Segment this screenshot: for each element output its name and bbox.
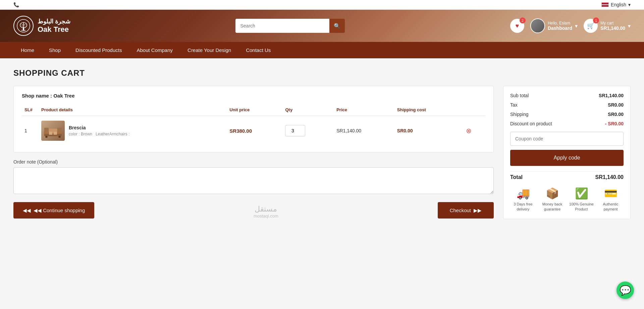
dashboard-label: Dashboard [548, 25, 572, 31]
search-button[interactable]: 🔍 [329, 19, 345, 33]
order-note-label: Order note (Optional) [13, 159, 494, 165]
order-note-input[interactable] [13, 167, 494, 194]
badge-money-back-text: Money back guarantee [539, 202, 565, 212]
total-value: SR1,140.00 [595, 174, 624, 180]
phone-icon: 📞 [13, 2, 19, 7]
back-icon: ◀◀ [23, 207, 31, 213]
svg-rect-10 [44, 128, 49, 133]
nav-home[interactable]: Home [13, 42, 42, 58]
flag-icon [601, 2, 609, 7]
genuine-icon: ✅ [569, 187, 594, 200]
cart-table: SL# Product details Unit price Qty Price… [22, 104, 485, 145]
row-unit-price: SR380.00 [227, 116, 282, 146]
cart-left: Shop name : Oak Tree SL# Product details… [13, 86, 494, 219]
logo-icon: OAK [13, 16, 34, 36]
tax-label: Tax [510, 102, 518, 108]
cart-actions: ◀◀ ◀◀ Continue shopping مستقل mostaql.co… [13, 202, 494, 219]
avatar [530, 18, 545, 33]
badge-delivery-text: 3 Days free delivery [510, 202, 536, 212]
total-row: Total SR1,140.00 [510, 171, 624, 180]
remove-item-button[interactable]: ⊗ [466, 127, 472, 135]
product-cell: Brescia color : Brown LeatherArmchairs : [41, 121, 224, 141]
row-remove[interactable]: ⊗ [463, 116, 485, 146]
delivery-icon: 🚚 [510, 187, 536, 200]
cart-info: My cart SR1,140.00 [600, 21, 625, 31]
col-product: Product details [39, 104, 227, 116]
logo-text: شجرة البلوط Oak Tree [38, 18, 70, 34]
wishlist-badge: 2 [520, 17, 526, 23]
page-title: SHOPPING CART [13, 68, 631, 78]
nav-discounted[interactable]: Discounted Products [68, 42, 129, 58]
language-label: English [611, 2, 626, 7]
badge-payment: 💳 Authentic payment [598, 187, 624, 212]
table-header-row: SL# Product details Unit price Qty Price… [22, 104, 485, 116]
search-icon: 🔍 [334, 23, 340, 29]
badge-money-back: 📦 Money back guarantee [539, 187, 565, 212]
user-chevron-icon: ▾ [575, 23, 578, 29]
search-input[interactable] [235, 19, 329, 33]
checkout-label: Checkout [450, 207, 471, 213]
header-right: ♥ 2 Hello, Eslam Dashboard ▾ 🛒 1 My cart… [510, 18, 631, 33]
nav-design[interactable]: Create Your Design [180, 42, 238, 58]
badge-genuine: ✅ 100% Genuine Product [569, 187, 594, 212]
heart-icon: ♥ [516, 22, 519, 29]
svg-rect-17 [54, 132, 57, 135]
header: OAK شجرة البلوط Oak Tree 🔍 ♥ 2 Hello, Es… [0, 10, 644, 42]
language-selector[interactable]: English ▾ [601, 2, 631, 7]
top-bar: 📞 English ▾ [0, 0, 644, 10]
table-row: 1 [22, 116, 485, 146]
svg-rect-14 [59, 136, 61, 138]
continue-label: ◀◀ Continue shopping [34, 207, 85, 213]
watermark-url: mostaql.com [254, 213, 278, 219]
cart-icon: 🛒 [587, 22, 594, 29]
shipping-cost-value: SR0.00 [397, 128, 413, 133]
nav-about[interactable]: About Company [129, 42, 180, 58]
shipping-label: Shipping [510, 112, 529, 117]
subtotal-value: SR1,140.00 [599, 93, 624, 98]
trust-badges: 🚚 3 Days free delivery 📦 Money back guar… [510, 187, 624, 212]
product-attrs: color : Brown LeatherArmchairs : [69, 132, 129, 136]
cart-label: My cart [600, 21, 625, 25]
watermark: مستقل mostaql.com [254, 205, 278, 219]
coupon-input[interactable] [510, 132, 624, 146]
tax-row: Tax SR0.00 [510, 102, 624, 108]
order-note-section: Order note (Optional) [13, 159, 494, 195]
cart-badge: 1 [593, 17, 599, 23]
svg-rect-16 [49, 132, 53, 135]
user-area[interactable]: Hello, Eslam Dashboard ▾ [530, 18, 578, 33]
total-label: Total [510, 174, 523, 180]
col-unit-price: Unit price [227, 104, 282, 116]
logo-area[interactable]: OAK شجرة البلوط Oak Tree [13, 16, 70, 36]
badge-genuine-text: 100% Genuine Product [569, 202, 594, 212]
col-shipping: Shipping cost [394, 104, 463, 116]
svg-rect-15 [44, 133, 62, 134]
product-thumbnail [41, 121, 65, 141]
watermark-logo: مستقل [254, 205, 278, 213]
row-qty[interactable] [282, 116, 334, 146]
search-area: 🔍 [235, 19, 345, 33]
svg-line-4 [21, 24, 23, 25]
apply-code-button[interactable]: Apply code [510, 150, 624, 166]
svg-rect-11 [57, 128, 62, 133]
unit-price-value: SR380.00 [229, 128, 252, 134]
checkout-button[interactable]: Checkout ▶▶ [438, 202, 494, 219]
logo-arabic: شجرة البلوط [38, 18, 70, 25]
shipping-row: Shipping SR0.00 [510, 112, 624, 117]
chevron-down-icon: ▾ [628, 2, 631, 7]
badge-delivery: 🚚 3 Days free delivery [510, 187, 536, 212]
continue-shopping-button[interactable]: ◀◀ ◀◀ Continue shopping [13, 202, 94, 219]
nav-shop[interactable]: Shop [42, 42, 68, 58]
payment-icon: 💳 [598, 187, 624, 200]
wishlist-button[interactable]: ♥ 2 [510, 19, 524, 33]
quantity-input[interactable] [285, 125, 305, 136]
cart-area[interactable]: 🛒 1 My cart SR1,140.00 ▾ [584, 19, 631, 33]
discount-value: - SR0.00 [605, 121, 624, 126]
row-sl: 1 [22, 116, 39, 146]
tax-value: SR0.00 [608, 102, 624, 108]
cart-chevron-icon: ▾ [628, 23, 631, 29]
row-price: SR1,140.00 [334, 116, 394, 146]
nav-contact[interactable]: Contact Us [238, 42, 278, 58]
shop-name: Shop name : Oak Tree [22, 93, 485, 99]
row-shipping: SR0.00 [394, 116, 463, 146]
col-action [463, 104, 485, 116]
